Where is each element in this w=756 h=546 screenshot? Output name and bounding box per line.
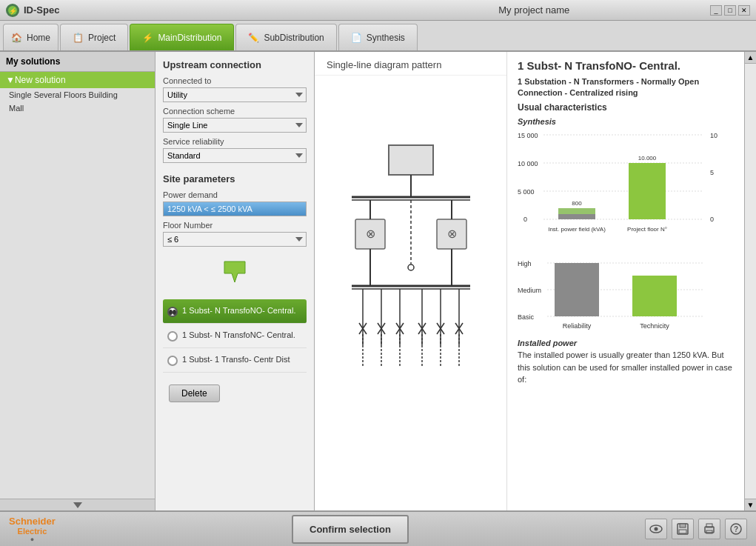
svg-marker-2 — [224, 262, 245, 282]
single-line-diagram: ⊗ ⊗ — [330, 138, 492, 449]
app-logo: ⚡ — [6, 4, 19, 17]
svg-text:Reliability: Reliability — [563, 322, 592, 330]
site-params-title: Site parameters — [163, 173, 307, 184]
info-subtitle: 1 Substation - N Transformers - Normally… — [518, 76, 734, 99]
connection-scheme-label: Connection scheme — [163, 107, 307, 116]
svg-text:Technicity: Technicity — [640, 322, 669, 330]
solution-option-2-label: 1 Subst- N TransfoNC- Central. — [182, 330, 295, 340]
main-dist-icon: ⚡ — [142, 33, 153, 43]
service-reliability-select[interactable]: Standard — [163, 148, 307, 163]
usual-chars-label: Usual characteristics — [518, 102, 734, 113]
svg-text:10 000: 10 000 — [518, 160, 538, 167]
radio-sol3[interactable] — [167, 356, 178, 366]
tab-home[interactable]: 🏠 Home — [3, 24, 58, 50]
svg-text:?: ? — [734, 525, 738, 533]
diagram-section: Single-line diagram pattern ⊗ — [315, 52, 507, 510]
synthesis-icon: 📄 — [351, 33, 362, 43]
arrow-down-indicator — [163, 259, 307, 287]
svg-text:10.000: 10.000 — [638, 155, 657, 162]
new-solution-item[interactable]: ▼New solution — [0, 72, 155, 88]
footer: Schneider Electric ● Confirm selection ? — [0, 510, 756, 546]
svg-text:Inst. power field (kVA): Inst. power field (kVA) — [548, 226, 606, 233]
installed-power-info: Installed power The installed power is u… — [518, 337, 734, 386]
home-icon: 🏠 — [11, 33, 22, 43]
print-button[interactable] — [698, 519, 720, 539]
svg-rect-55 — [558, 208, 595, 214]
app-title: ID-Spec — [24, 4, 59, 16]
solution-option-2[interactable]: 1 Subst- N TransfoNC- Central. — [163, 324, 307, 348]
radio-sol1[interactable] — [167, 307, 178, 317]
sub-dist-icon: ✏️ — [248, 33, 259, 43]
help-button[interactable]: ? — [725, 519, 747, 539]
solution-sub-item-2[interactable]: Mall — [0, 101, 155, 115]
power-demand-select[interactable]: 1250 kVA < ≤ 2500 kVA — [163, 202, 307, 216]
solution-option-1-label: 1 Subst- N TransfoNO- Central. — [182, 305, 295, 316]
svg-text:High: High — [518, 260, 532, 267]
confirm-selection-button[interactable]: Confirm selection — [292, 515, 409, 544]
diagram-area: ⊗ ⊗ — [315, 76, 506, 510]
svg-rect-68 — [632, 276, 677, 316]
svg-text:15 000: 15 000 — [518, 132, 538, 139]
save-icon — [677, 523, 689, 535]
save-button[interactable] — [672, 519, 694, 539]
quality-chart: High Medium Basic Reliability Technicity — [518, 250, 725, 335]
diagram-title: Single-line diagram pattern — [315, 52, 506, 76]
scroll-track[interactable] — [745, 64, 756, 499]
svg-text:10: 10 — [710, 132, 717, 139]
left-panel-scroll-down[interactable] — [0, 499, 155, 510]
svg-text:5 000: 5 000 — [518, 188, 535, 196]
print-icon — [703, 523, 715, 535]
svg-text:⊗: ⊗ — [365, 227, 375, 240]
power-chart: 15 000 10 000 5 000 0 10 5 0 — [518, 129, 725, 240]
maximize-button[interactable]: □ — [724, 5, 736, 16]
connected-to-select[interactable]: Utility — [163, 87, 307, 102]
svg-rect-54 — [558, 214, 595, 219]
tab-project[interactable]: 📋 Project — [60, 24, 128, 50]
solution-option-3[interactable]: 1 Subst- 1 Transfo- Centr Dist — [163, 348, 307, 373]
svg-text:Project floor N°: Project floor N° — [627, 226, 667, 233]
installed-power-text: The installed power is usually greater t… — [518, 349, 734, 386]
info-section: 1 Subst- N TransfoNO- Central. 1 Substat… — [507, 52, 744, 510]
schneider-logo: Schneider Electric ● — [9, 516, 56, 543]
solution-sub-item-1[interactable]: Single Several Floors Building — [0, 88, 155, 101]
right-panel: Single-line diagram pattern ⊗ — [315, 52, 756, 510]
help-icon: ? — [730, 523, 742, 535]
left-panel: My solutions ▼New solution Single Severa… — [0, 52, 155, 510]
close-button[interactable]: ✕ — [738, 5, 750, 16]
svg-rect-74 — [680, 524, 686, 527]
my-solutions-header: My solutions — [0, 52, 155, 72]
solution-option-1[interactable]: 1 Subst- N TransfoNO- Central. — [163, 299, 307, 324]
svg-text:5: 5 — [710, 169, 714, 176]
tab-synthesis[interactable]: 📄 Synthesis — [338, 24, 418, 50]
tab-main-distribution[interactable]: ⚡ MainDistribution — [130, 24, 234, 50]
power-demand-label: Power demand — [163, 190, 307, 199]
eye-button[interactable] — [645, 519, 667, 539]
middle-panel: Upstream connection Connected to Utility… — [155, 52, 315, 510]
title-bar: ⚡ ID-Spec My project name _ □ ✕ — [0, 0, 756, 21]
floor-number-select[interactable]: ≤ 6 — [163, 232, 307, 247]
svg-text:⚡: ⚡ — [9, 7, 18, 16]
delete-button[interactable]: Delete — [169, 384, 220, 402]
radio-sol2[interactable] — [167, 331, 178, 342]
connection-scheme-select[interactable]: Single Line — [163, 118, 307, 133]
svg-rect-3 — [389, 145, 433, 175]
scroll-up-button[interactable]: ▲ — [745, 52, 756, 64]
svg-point-72 — [655, 527, 658, 531]
synthesis-label: Synthesis — [518, 117, 734, 126]
solution-option-3-label: 1 Subst- 1 Transfo- Centr Dist — [182, 354, 290, 364]
svg-rect-67 — [555, 263, 599, 316]
minimize-button[interactable]: _ — [710, 5, 722, 16]
svg-text:800: 800 — [572, 200, 582, 207]
right-scrollbar: ▲ ▼ — [744, 52, 756, 510]
connected-to-label: Connected to — [163, 76, 307, 85]
svg-text:0: 0 — [523, 216, 527, 223]
upstream-section-title: Upstream connection — [163, 59, 307, 70]
service-reliability-label: Service reliability — [163, 137, 307, 146]
info-title: 1 Subst- N TransfoNO- Central. — [518, 59, 734, 72]
floor-number-label: Floor Number — [163, 221, 307, 230]
navigation-tabs: 🏠 Home 📋 Project ⚡ MainDistribution ✏️ S… — [0, 21, 756, 52]
svg-point-18 — [408, 264, 414, 270]
svg-rect-75 — [679, 530, 686, 533]
scroll-down-button[interactable]: ▼ — [745, 499, 756, 510]
tab-sub-distribution[interactable]: ✏️ SubDistribution — [235, 24, 336, 50]
